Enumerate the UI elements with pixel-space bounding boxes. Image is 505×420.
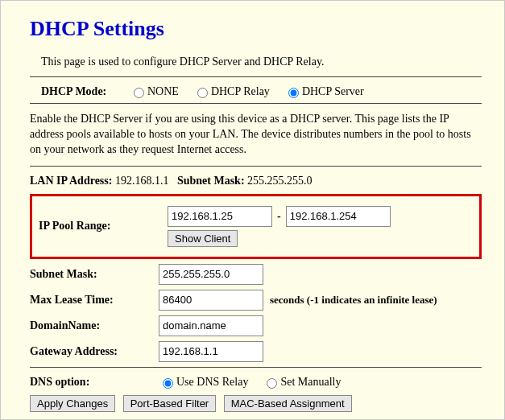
port-based-filter-button[interactable]: Port-Based Filter: [123, 395, 217, 412]
mode-relay-option[interactable]: DHCP Relay: [193, 85, 270, 98]
dns-row: DNS option: Use DNS Relay Set Manually: [30, 376, 482, 389]
dns-relay-label: Use DNS Relay: [176, 376, 248, 389]
apply-changes-button[interactable]: Apply Changes: [30, 395, 115, 412]
gateway-label: Gateway Address:: [30, 345, 159, 358]
info-subnet-value: 255.255.255.0: [247, 175, 313, 187]
lease-after-text: seconds (-1 indicates an infinite lease): [270, 294, 437, 307]
lease-row: Max Lease Time: seconds (-1 indicates an…: [30, 290, 482, 311]
mode-server-option[interactable]: DHCP Server: [284, 85, 364, 98]
mode-none-radio[interactable]: [134, 88, 144, 98]
separator-1: [30, 76, 482, 77]
lease-input[interactable]: [159, 290, 263, 311]
dns-label: DNS option:: [30, 376, 159, 389]
separator-4: [30, 367, 482, 368]
domain-label: DomainName:: [30, 319, 159, 332]
button-row: Apply Changes Port-Based Filter MAC-Base…: [30, 395, 482, 412]
subnet-label: Subnet Mask:: [30, 268, 159, 281]
mode-relay-radio[interactable]: [197, 88, 208, 98]
mode-server-radio[interactable]: [288, 88, 299, 98]
dns-relay-option[interactable]: Use DNS Relay: [159, 376, 248, 389]
domain-row: DomainName:: [30, 315, 482, 336]
separator-3: [30, 166, 482, 167]
gateway-row: Gateway Address:: [30, 341, 482, 362]
mode-none-label: NONE: [147, 85, 179, 98]
ip-pool-label: IP Pool Range:: [39, 220, 168, 233]
mac-based-assignment-button[interactable]: MAC-Based Assignment: [224, 395, 352, 412]
show-client-button[interactable]: Show Client: [168, 230, 238, 247]
dns-manual-label: Set Manually: [280, 376, 341, 389]
dns-relay-radio[interactable]: [163, 378, 173, 389]
lan-ip-value: 192.168.1.1: [115, 175, 169, 187]
mode-none-option[interactable]: NONE: [130, 85, 179, 98]
mode-relay-label: DHCP Relay: [211, 85, 270, 98]
ip-pool-highlight: IP Pool Range: - Show Client: [30, 194, 482, 259]
intro-text: This page is used to configure DHCP Serv…: [41, 56, 482, 68]
info-subnet-label: Subnet Mask:: [177, 175, 245, 187]
ip-pool-start-input[interactable]: [168, 206, 272, 227]
ip-pool-dash: -: [277, 210, 281, 223]
page-title: DHCP Settings: [30, 17, 482, 41]
ip-pool-end-input[interactable]: [286, 206, 391, 227]
ip-pool-row: IP Pool Range: - Show Client: [39, 206, 473, 247]
dhcp-mode-row: DHCP Mode: NONE DHCP Relay DHCP Server: [41, 85, 482, 98]
domain-input[interactable]: [159, 315, 263, 336]
mode-server-label: DHCP Server: [302, 85, 364, 98]
dns-manual-radio[interactable]: [267, 378, 277, 389]
dhcp-mode-label: DHCP Mode:: [41, 85, 130, 98]
separator-2: [30, 103, 482, 104]
server-description: Enable the DHCP Server if you are using …: [30, 112, 482, 158]
lan-ip-label: LAN IP Address:: [30, 175, 112, 187]
subnet-row: Subnet Mask:: [30, 264, 482, 285]
gateway-input[interactable]: [159, 341, 263, 362]
lease-label: Max Lease Time:: [30, 294, 159, 307]
subnet-input[interactable]: [159, 264, 263, 285]
dns-manual-option[interactable]: Set Manually: [263, 376, 341, 389]
lan-info-line: LAN IP Address: 192.168.1.1 Subnet Mask:…: [30, 175, 482, 187]
